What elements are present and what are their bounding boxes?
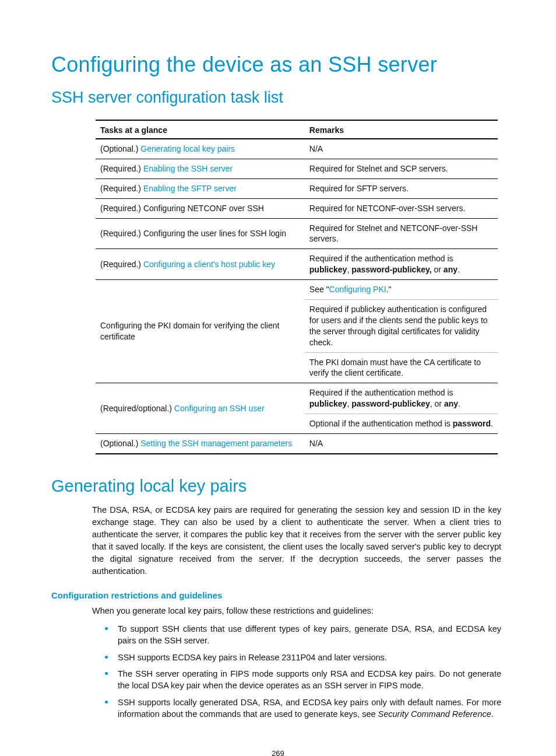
page-number: 269 <box>51 749 505 756</box>
task-prefix: (Required.) <box>100 164 143 173</box>
table-row: (Required.) Enabling the SSH server Requ… <box>96 159 498 178</box>
remark-text: Optional if the authentication method is… <box>305 414 498 434</box>
link-generating-local-key-pairs[interactable]: Generating local key pairs <box>140 144 235 153</box>
task-list-table: Tasks at a glance Remarks (Optional.) Ge… <box>96 120 498 454</box>
remark-text: Required if the authentication method is… <box>305 249 498 280</box>
list-item: The SSH server operating in FIPS mode su… <box>92 666 501 694</box>
task-prefix: (Optional.) <box>100 144 140 153</box>
remark-text: Required if the authentication method is… <box>305 383 498 414</box>
table-row: (Optional.) Setting the SSH management p… <box>96 434 498 454</box>
table-row: (Required.) Enabling the SFTP server Req… <box>96 178 498 198</box>
table-row: (Required/optional.) Configuring an SSH … <box>96 383 498 414</box>
task-prefix: (Required.) <box>100 184 143 193</box>
remark-text: Required if publickey authentication is … <box>305 300 498 353</box>
table-row: (Required.) Configuring the user lines f… <box>96 218 498 249</box>
remark-text: The PKI domain must have the CA certific… <box>305 352 498 383</box>
link-setting-ssh-management-parameters[interactable]: Setting the SSH management parameters <box>140 439 292 448</box>
paragraph: When you generate local key pairs, follo… <box>92 605 501 617</box>
link-configuring-ssh-user[interactable]: Configuring an SSH user <box>174 404 265 413</box>
task-text: (Required.) Configuring NETCONF over SSH <box>96 198 305 218</box>
page-title: Configuring the device as an SSH server <box>51 52 505 77</box>
task-text: (Required.) Configuring the user lines f… <box>96 218 305 249</box>
remark-text: Required for Stelnet and SCP servers. <box>305 159 498 178</box>
col-header-remarks: Remarks <box>305 120 498 139</box>
link-configuring-pki[interactable]: Configuring PKI <box>329 285 386 294</box>
table-row: (Required.) Configuring NETCONF over SSH… <box>96 198 498 218</box>
remark-text: Required for SFTP servers. <box>305 178 498 198</box>
task-prefix: (Required.) <box>100 260 143 269</box>
task-prefix: (Required/optional.) <box>100 404 174 413</box>
list-item: To support SSH clients that use differen… <box>92 621 501 649</box>
restriction-list: To support SSH clients that use differen… <box>92 621 501 722</box>
remark-text: N/A <box>305 434 498 454</box>
link-enabling-sftp-server[interactable]: Enabling the SFTP server <box>143 184 237 193</box>
task-prefix: (Optional.) <box>100 439 140 448</box>
task-text: Configuring the PKI domain for verifying… <box>96 280 305 383</box>
remark-see-link: See "Configuring PKI." <box>305 280 498 300</box>
list-item: SSH supports ECDSA key pairs in Release … <box>92 649 501 666</box>
paragraph: The DSA, RSA, or ECDSA key pairs are req… <box>92 504 501 578</box>
list-item: SSH supports locally generated DSA, RSA,… <box>92 694 501 723</box>
table-row: (Optional.) Generating local key pairs N… <box>96 139 498 159</box>
remark-text: Required for NETCONF-over-SSH servers. <box>305 198 498 218</box>
remark-text: N/A <box>305 139 498 159</box>
table-row: (Required.) Configuring a client's host … <box>96 249 498 280</box>
remark-text: Required for Stelnet and NETCONF-over-SS… <box>305 218 498 249</box>
section-config-restrictions: Configuration restrictions and guideline… <box>51 590 505 600</box>
link-enabling-ssh-server[interactable]: Enabling the SSH server <box>143 164 233 173</box>
section-generating-local-key-pairs: Generating local key pairs <box>51 477 505 496</box>
col-header-tasks: Tasks at a glance <box>96 120 305 139</box>
section-task-list-title: SSH server configuration task list <box>51 89 505 107</box>
table-row: Configuring the PKI domain for verifying… <box>96 280 498 300</box>
link-configuring-client-host-public-key[interactable]: Configuring a client's host public key <box>143 260 275 269</box>
